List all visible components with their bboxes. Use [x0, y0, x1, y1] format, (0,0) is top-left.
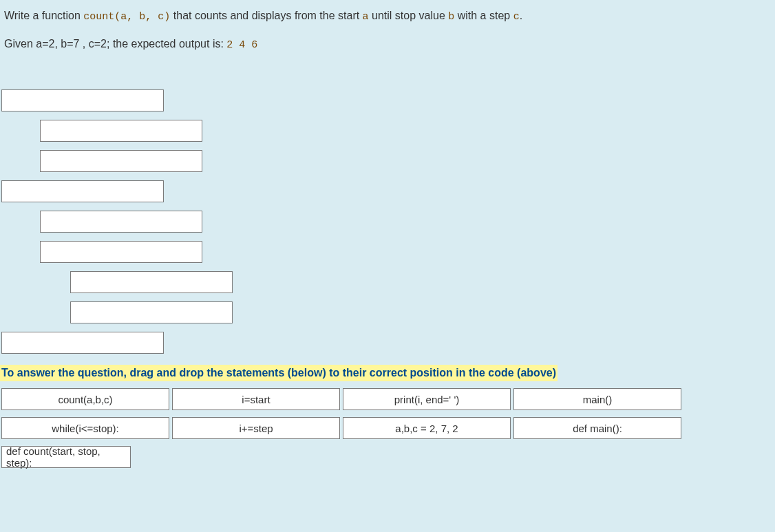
drop-slot[interactable]: [40, 211, 202, 233]
drop-slot[interactable]: [40, 241, 202, 263]
drop-row: [1, 120, 775, 142]
drop-row: [1, 332, 775, 354]
draggable-option[interactable]: count(a,b,c): [1, 388, 169, 410]
code-fragment: b: [448, 11, 454, 23]
code-fragment: 2 4 6: [226, 39, 257, 51]
draggable-option[interactable]: def main():: [513, 417, 681, 439]
draggable-option[interactable]: i=start: [172, 388, 340, 410]
text-fragment: Write a function: [4, 10, 83, 21]
draggable-option[interactable]: i+=step: [172, 417, 340, 439]
drop-slot[interactable]: [70, 301, 233, 323]
drop-row: [1, 271, 775, 293]
text-fragment: until stop value: [369, 10, 449, 21]
drop-slot[interactable]: [40, 150, 202, 172]
drop-target-area: [0, 89, 775, 354]
text-fragment: that counts and displays from the start: [170, 10, 362, 21]
drop-row: [1, 89, 775, 111]
options-area: count(a,b,c)i=startprint(i, end=' ')main…: [0, 388, 775, 468]
text-fragment: with a step: [454, 10, 513, 21]
draggable-option[interactable]: def count(start, stop, step):: [1, 446, 131, 468]
question-line-1: Write a function count(a, b, c) that cou…: [4, 7, 771, 25]
draggable-option[interactable]: while(i<=stop):: [1, 417, 169, 439]
code-fragment: count(a, b, c): [83, 11, 170, 23]
draggable-option[interactable]: a,b,c = 2, 7, 2: [343, 417, 511, 439]
drop-row: [1, 180, 775, 202]
drop-row: [1, 241, 775, 263]
drop-row: [1, 150, 775, 172]
question-prompt: Write a function count(a, b, c) that cou…: [0, 0, 775, 66]
code-fragment: a: [363, 11, 369, 23]
options-row: def count(start, stop, step):: [1, 446, 775, 468]
drop-slot[interactable]: [1, 332, 164, 354]
drop-slot[interactable]: [1, 180, 164, 202]
drop-slot[interactable]: [1, 89, 164, 111]
instruction-text: To answer the question, drag and drop th…: [0, 365, 558, 381]
drop-slot[interactable]: [40, 120, 202, 142]
draggable-option[interactable]: print(i, end=' '): [343, 388, 511, 410]
options-row: while(i<=stop):i+=stepa,b,c = 2, 7, 2def…: [1, 417, 775, 439]
drop-row: [1, 301, 775, 323]
text-fragment: Given a=2, b=7 , c=2; the expected outpu…: [4, 38, 226, 50]
text-fragment: .: [520, 10, 522, 21]
drop-row: [1, 211, 775, 233]
options-row: count(a,b,c)i=startprint(i, end=' ')main…: [1, 388, 775, 410]
question-line-2: Given a=2, b=7 , c=2; the expected outpu…: [4, 35, 771, 54]
draggable-option[interactable]: main(): [513, 388, 681, 410]
code-fragment: c: [513, 11, 520, 23]
drop-slot[interactable]: [70, 271, 233, 293]
